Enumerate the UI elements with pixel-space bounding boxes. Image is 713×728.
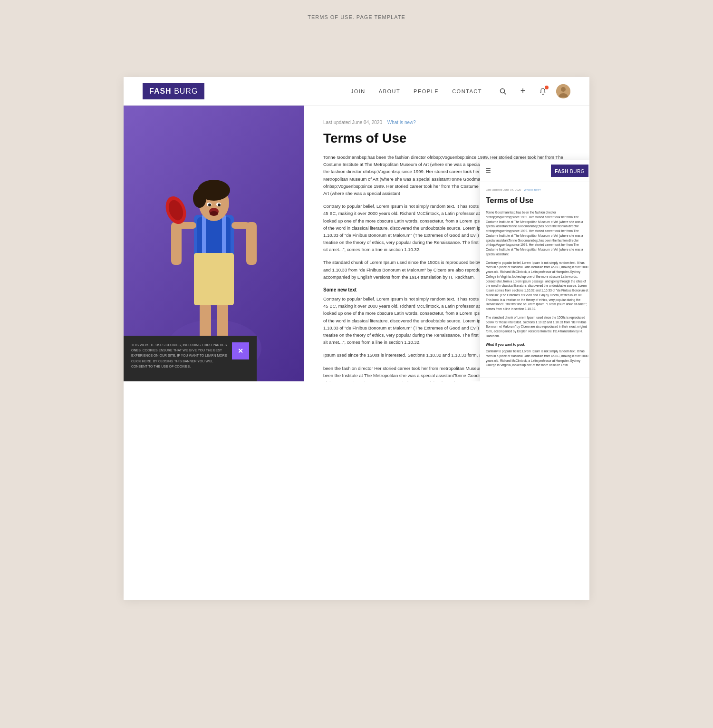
svg-rect-24 bbox=[246, 222, 257, 265]
nav-about[interactable]: ABOUT bbox=[379, 88, 400, 94]
last-updated-date: Last updated June 04, 2020 bbox=[323, 120, 382, 125]
svg-point-16 bbox=[218, 204, 221, 206]
last-updated: Last updated June 04, 2020 What is new? bbox=[323, 120, 566, 125]
cookie-text: THIS WEBSITE USES COOKIES, INCLUDING THI… bbox=[131, 342, 227, 369]
svg-point-18 bbox=[210, 211, 218, 216]
svg-point-3 bbox=[561, 87, 566, 92]
logo-area: FASH BURG bbox=[143, 83, 204, 99]
svg-point-15 bbox=[208, 204, 211, 206]
mobile-hamburger-icon[interactable]: ☰ bbox=[486, 167, 491, 174]
page-heading: Terms of Use bbox=[323, 131, 566, 146]
mobile-logo[interactable]: FASH BURG bbox=[551, 165, 588, 177]
page-title-bar: TERMS OF USE. PAGE TEMPLATE bbox=[308, 14, 405, 20]
what-is-new-link[interactable]: What is new? bbox=[387, 120, 416, 125]
mobile-logo-part1: FASH bbox=[555, 169, 568, 174]
mobile-body-paragraph-4: Contrary to popular belief, Lorem Ipsum … bbox=[486, 349, 588, 368]
user-avatar[interactable] bbox=[556, 84, 570, 98]
mobile-header: ☰ FASH BURG bbox=[480, 160, 589, 182]
logo-part2: BURG bbox=[174, 87, 198, 95]
mobile-footer: + bbox=[480, 377, 589, 381]
mobile-frame: ☰ FASH BURG Last updated June 04, 2020 W… bbox=[480, 160, 589, 381]
logo-part1: FASH bbox=[149, 87, 172, 95]
main-nav: JOIN ABOUT PEOPLE CONTACT bbox=[351, 88, 482, 94]
nav-join[interactable]: JOIN bbox=[351, 88, 366, 94]
mobile-what-is-new-link[interactable]: What is new? bbox=[524, 188, 541, 191]
cookie-close-button[interactable]: ✕ bbox=[232, 342, 249, 359]
notification-button[interactable] bbox=[536, 85, 549, 98]
nav-contact[interactable]: CONTACT bbox=[452, 88, 482, 94]
mobile-last-updated-text: Last updated June 04, 2020 bbox=[486, 188, 521, 191]
cookie-banner: THIS WEBSITE USES COOKIES, INCLUDING THI… bbox=[124, 336, 257, 381]
mobile-logo-text: FASH BURG bbox=[555, 169, 585, 174]
mobile-body-paragraph-3: The standard chunk of Lorem Ipsum used s… bbox=[486, 315, 588, 339]
logo-text: FASH BURG bbox=[149, 87, 198, 96]
logo-box[interactable]: FASH BURG bbox=[143, 83, 204, 99]
mobile-heading: Terms of Use bbox=[486, 195, 588, 206]
mobile-content: Last updated June 04, 2020 What is new? … bbox=[480, 182, 589, 377]
mobile-body-paragraph-1: Tonne Goodmannbsp;has been the fashion d… bbox=[486, 210, 588, 257]
main-container: FASH BURG JOIN ABOUT PEOPLE CONTACT + bbox=[124, 77, 589, 600]
mobile-last-updated: Last updated June 04, 2020 What is new? bbox=[486, 188, 588, 192]
header-icons: + bbox=[496, 84, 570, 98]
add-button[interactable]: + bbox=[516, 85, 530, 98]
mobile-sub-heading: What if you want to post. bbox=[486, 342, 588, 348]
mobile-logo-part2: BURG bbox=[570, 169, 585, 174]
svg-point-12 bbox=[193, 189, 206, 208]
hero-area: Last updated June 04, 2020 What is new? … bbox=[124, 106, 589, 381]
nav-people[interactable]: PEOPLE bbox=[414, 88, 439, 94]
svg-rect-29 bbox=[194, 253, 234, 305]
svg-line-1 bbox=[504, 92, 506, 94]
search-button[interactable] bbox=[496, 85, 510, 98]
mobile-body-paragraph-2: Contrary to popular belief, Lorem Ipsum … bbox=[486, 261, 588, 311]
site-header: FASH BURG JOIN ABOUT PEOPLE CONTACT + bbox=[124, 77, 589, 106]
svg-rect-20 bbox=[171, 222, 182, 265]
